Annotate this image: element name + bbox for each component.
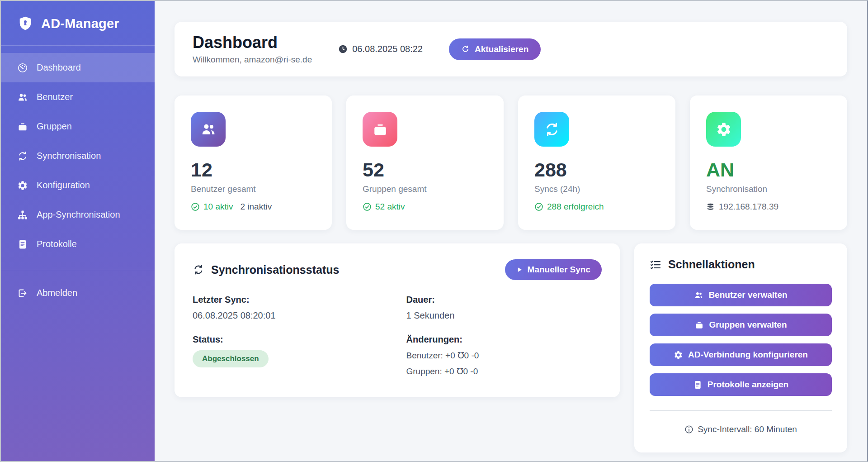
play-icon	[516, 267, 523, 273]
stat-card-benutzer: 12 Benutzer gesamt 10 aktiv 2 inaktiv	[175, 95, 332, 230]
briefcase-icon	[372, 121, 388, 138]
changes-groups: Gruppen: +0 ℧0 -0	[406, 366, 602, 376]
refresh-icon	[461, 45, 470, 53]
sync-status-left-column: Letzter Sync: 06.08.2025 08:20:01 Status…	[193, 295, 388, 376]
welcome-text: Willkommen, amazon@ri-se.de	[193, 55, 312, 65]
sync-status-body: Letzter Sync: 06.08.2025 08:20:01 Status…	[193, 295, 602, 376]
sidebar-item-label: Gruppen	[37, 121, 72, 132]
briefcase-icon-badge	[363, 112, 397, 147]
sidebar-item-synchronisation[interactable]: Synchronisation	[1, 141, 155, 171]
app-title: AD-Manager	[41, 16, 119, 31]
logout-icon	[17, 288, 28, 299]
sync-icon	[17, 151, 28, 162]
briefcase-icon	[694, 320, 704, 330]
sync-status-title-row: Synchronisationsstatus	[193, 263, 339, 276]
last-sync-value: 06.08.2025 08:20:01	[193, 310, 388, 321]
list-check-icon	[650, 259, 661, 271]
sidebar-item-protokolle[interactable]: Protokolle	[1, 229, 155, 259]
sidebar-item-abmelden[interactable]: Abmelden	[1, 278, 155, 308]
gear-icon	[17, 180, 28, 191]
gear-icon	[674, 350, 683, 360]
sync-interval-note: Sync-Intervall: 60 Minuten	[650, 424, 832, 434]
users-icon	[200, 121, 217, 138]
sync-interval-text: Sync-Intervall: 60 Minuten	[698, 424, 797, 434]
stats-grid: 12 Benutzer gesamt 10 aktiv 2 inaktiv 52…	[175, 95, 847, 230]
sidebar-item-app-synchronisation[interactable]: App-Synchronisation	[1, 200, 155, 229]
stat-card-gruppen: 52 Gruppen gesamt 52 aktiv	[346, 95, 504, 230]
sync-status-right-column: Dauer: 1 Sekunden Änderungen: Benutzer: …	[406, 295, 602, 376]
manage-groups-button-label: Gruppen verwalten	[709, 320, 787, 330]
stat-status: 10 aktiv 2 inaktiv	[191, 202, 316, 212]
bottom-row: Synchronisationsstatus Manueller Sync Le…	[175, 243, 847, 452]
check-circle-icon	[191, 202, 200, 211]
sidebar-item-dashboard[interactable]: Dashboard	[1, 53, 155, 82]
quick-actions-title: Schnellaktionen	[668, 258, 755, 271]
database-icon	[706, 203, 715, 211]
divider	[650, 410, 832, 411]
sidebar-item-konfiguration[interactable]: Konfiguration	[1, 171, 155, 200]
stat-card-sync-status: AN Synchronisation 192.168.178.39	[690, 95, 847, 230]
main-content: Dashboard Willkommen, amazon@ri-se.de 06…	[155, 1, 867, 461]
stat-value: 288	[534, 160, 659, 180]
stat-label: Gruppen gesamt	[363, 184, 487, 194]
sidebar-item-gruppen[interactable]: Gruppen	[1, 112, 155, 141]
manage-users-button-label: Benutzer verwalten	[708, 290, 787, 300]
sidebar: AD-Manager Dashboard Benutzer Gruppen Sy…	[1, 1, 155, 461]
stat-status-ok: 288 erfolgreich	[534, 202, 604, 212]
sidebar-item-benutzer[interactable]: Benutzer	[1, 82, 155, 112]
manage-users-button[interactable]: Benutzer verwalten	[650, 284, 832, 306]
file-icon	[693, 380, 703, 390]
sidebar-item-label: Dashboard	[37, 62, 81, 73]
sidebar-item-label: Abmelden	[37, 288, 77, 298]
status-badge: Abgeschlossen	[193, 350, 269, 367]
sync-icon	[193, 264, 204, 276]
page-title: Dashboard	[193, 33, 312, 52]
sidebar-item-label: Konfiguration	[37, 180, 90, 191]
stat-label: Syncs (24h)	[534, 184, 659, 194]
configure-ad-connection-button-label: AD-Verbindung konfigurieren	[688, 350, 808, 360]
dashboard-header-card: Dashboard Willkommen, amazon@ri-se.de 06…	[175, 22, 847, 76]
users-icon	[694, 291, 703, 300]
timestamp: 06.08.2025 08:22	[338, 44, 423, 54]
last-sync-label: Letzter Sync:	[193, 295, 388, 305]
title-block: Dashboard Willkommen, amazon@ri-se.de	[193, 33, 312, 65]
sidebar-item-label: Protokolle	[37, 239, 77, 249]
configure-ad-connection-button[interactable]: AD-Verbindung konfigurieren	[650, 343, 832, 366]
app-window: AD-Manager Dashboard Benutzer Gruppen Sy…	[1, 1, 867, 461]
stat-card-syncs: 288 Syncs (24h) 288 erfolgreich	[518, 95, 675, 230]
show-logs-button-label: Protokolle anzeigen	[708, 380, 788, 390]
stat-label: Synchronisation	[706, 184, 831, 194]
stat-detail: 192.168.178.39	[706, 202, 831, 212]
sidebar-item-label: Benutzer	[37, 92, 73, 102]
duration-label: Dauer:	[406, 295, 602, 305]
sync-icon	[544, 121, 560, 138]
sidebar-item-label: App-Synchronisation	[37, 210, 120, 220]
stat-status-ok: 10 aktiv	[191, 202, 233, 212]
manual-sync-button[interactable]: Manueller Sync	[505, 259, 602, 280]
refresh-button[interactable]: Aktualisieren	[449, 38, 541, 60]
gauge-icon	[17, 62, 28, 73]
sync-status-header: Synchronisationsstatus Manueller Sync	[193, 259, 602, 280]
stat-label: Benutzer gesamt	[191, 184, 316, 194]
stat-status: 52 aktiv	[363, 202, 487, 212]
users-icon-badge	[191, 112, 226, 147]
manual-sync-button-label: Manueller Sync	[528, 265, 590, 275]
sidebar-nav: Dashboard Benutzer Gruppen Synchronisati…	[1, 46, 155, 308]
show-logs-button[interactable]: Protokolle anzeigen	[650, 373, 832, 396]
sync-icon-badge	[534, 112, 569, 147]
duration-value: 1 Sekunden	[406, 310, 602, 321]
stat-value: AN	[706, 160, 831, 180]
file-icon	[17, 239, 28, 250]
logout-section: Abmelden	[1, 270, 155, 308]
briefcase-icon	[17, 121, 28, 132]
stat-status-ok-label: 52 aktiv	[375, 202, 405, 212]
check-circle-icon	[534, 202, 543, 211]
refresh-button-label: Aktualisieren	[475, 44, 528, 54]
app-logo: AD-Manager	[1, 1, 155, 46]
status-label: Status:	[193, 334, 388, 345]
shield-icon	[17, 15, 33, 32]
clock-icon	[338, 44, 348, 54]
stat-status: 288 erfolgreich	[534, 202, 659, 212]
manage-groups-button[interactable]: Gruppen verwalten	[650, 314, 832, 336]
changes-label: Änderungen:	[406, 334, 602, 345]
